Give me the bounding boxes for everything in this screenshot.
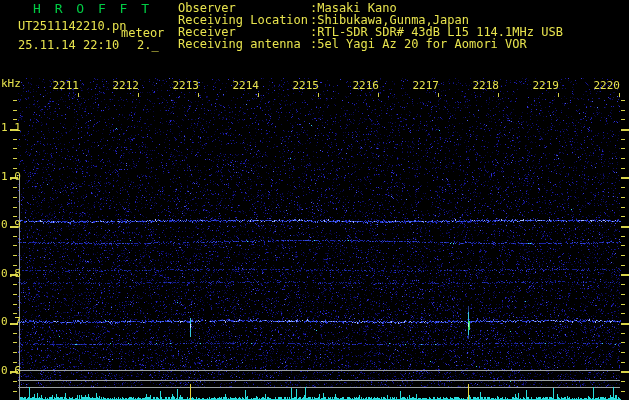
freq-tick-label: 0.7 bbox=[1, 316, 21, 328]
freq-tick-label: 0.8 bbox=[1, 268, 21, 280]
time-tick-label: 2214 bbox=[229, 80, 259, 92]
freq-axis-unit: kHz bbox=[1, 78, 21, 90]
time-tick-label: 2212 bbox=[109, 80, 139, 92]
freq-tick-label: 1.1 bbox=[1, 122, 21, 134]
time-tick-label: 2211 bbox=[49, 80, 79, 92]
time-tick-label: 2215 bbox=[289, 80, 319, 92]
app-title: H R O F F T bbox=[33, 2, 152, 16]
datetime-status: 25.11.14 22:10 bbox=[18, 39, 119, 52]
hrofft-window: H R O F F T UT2511142210.pn meteor 25.11… bbox=[0, 0, 629, 400]
time-tick-label: 2220 bbox=[590, 80, 620, 92]
freq-tick-label: 1.0 bbox=[1, 171, 21, 183]
output-filename: UT2511142210.pn bbox=[18, 20, 126, 33]
time-tick-label: 2216 bbox=[349, 80, 379, 92]
freq-tick-label: 0.6 bbox=[1, 365, 21, 377]
time-tick-label: 2217 bbox=[409, 80, 439, 92]
freq-tick-label: 0.9 bbox=[1, 219, 21, 231]
time-tick-label: 2213 bbox=[169, 80, 199, 92]
time-tick-label: 2218 bbox=[469, 80, 499, 92]
spectrogram-canvas bbox=[0, 0, 629, 400]
field-label-receiving-antenna: Receiving antenna bbox=[178, 38, 301, 51]
field-value-receiving-antenna: :5el Yagi Az 20 for Aomori VOR bbox=[310, 38, 527, 51]
time-tick-label: 2219 bbox=[529, 80, 559, 92]
status-count: 2._ bbox=[137, 39, 159, 52]
